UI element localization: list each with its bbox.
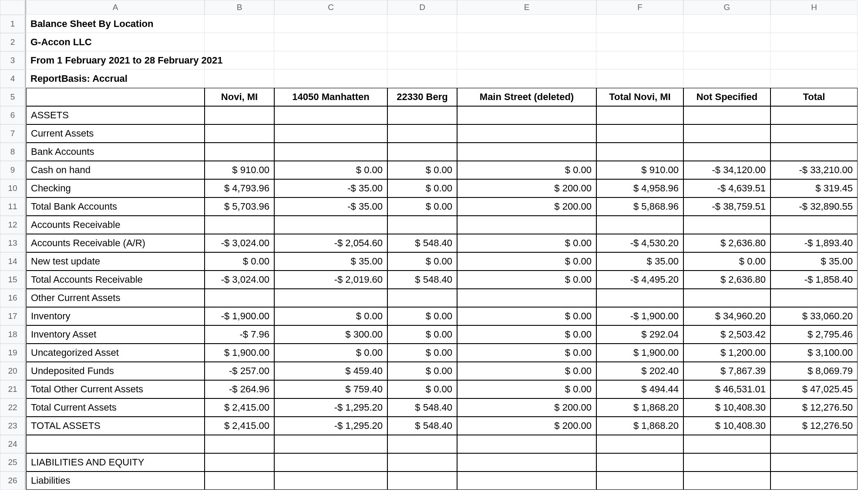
column-label-d[interactable]: 22330 Berg xyxy=(387,88,457,106)
cell-a17[interactable]: Inventory xyxy=(26,307,205,325)
cell-e20[interactable]: $ 0.00 xyxy=(457,362,596,380)
cell-b11[interactable]: $ 5,703.96 xyxy=(205,197,274,216)
cell-e11[interactable]: $ 200.00 xyxy=(457,197,596,216)
cell-g20[interactable]: $ 7,867.39 xyxy=(683,362,770,380)
cell-d2[interactable] xyxy=(387,33,457,51)
cell-g9[interactable]: -$ 34,120.00 xyxy=(683,161,770,179)
column-label-g[interactable]: Not Specified xyxy=(683,88,770,106)
row-header-22[interactable]: 22 xyxy=(0,398,26,417)
row-header-7[interactable]: 7 xyxy=(0,124,26,143)
cell-f13[interactable]: -$ 4,530.20 xyxy=(596,234,683,252)
cell-c2[interactable] xyxy=(274,33,387,51)
cell-g17[interactable]: $ 34,960.20 xyxy=(683,307,770,325)
cell-d21[interactable]: $ 0.00 xyxy=(387,380,457,398)
cell-g2[interactable] xyxy=(683,33,770,51)
cell-f18[interactable]: $ 292.04 xyxy=(596,325,683,344)
cell-c24[interactable] xyxy=(274,435,387,453)
cell-b16[interactable] xyxy=(205,289,274,307)
cell-b6[interactable] xyxy=(205,106,274,124)
cell-g3[interactable] xyxy=(683,51,770,70)
cell-h14[interactable]: $ 35.00 xyxy=(770,252,858,271)
cell-h9[interactable]: -$ 33,210.00 xyxy=(770,161,858,179)
cell-d14[interactable]: $ 0.00 xyxy=(387,252,457,271)
cell-c9[interactable]: $ 0.00 xyxy=(274,161,387,179)
column-label-e[interactable]: Main Street (deleted) xyxy=(457,88,596,106)
cell-g10[interactable]: -$ 4,639.51 xyxy=(683,179,770,197)
cell-f24[interactable] xyxy=(596,435,683,453)
cell-e24[interactable] xyxy=(457,435,596,453)
cell-h25[interactable] xyxy=(770,453,858,472)
cell-h18[interactable]: $ 2,795.46 xyxy=(770,325,858,344)
cell-e3[interactable] xyxy=(457,51,596,70)
cell-f7[interactable] xyxy=(596,124,683,143)
cell-d12[interactable] xyxy=(387,216,457,234)
row-header-20[interactable]: 20 xyxy=(0,362,26,380)
cell-d20[interactable]: $ 0.00 xyxy=(387,362,457,380)
cell-c26[interactable] xyxy=(274,472,387,490)
cell-f17[interactable]: -$ 1,900.00 xyxy=(596,307,683,325)
cell-a15[interactable]: Total Accounts Receivable xyxy=(26,271,205,289)
cell-e2[interactable] xyxy=(457,33,596,51)
cell-d7[interactable] xyxy=(387,124,457,143)
cell-h21[interactable]: $ 47,025.45 xyxy=(770,380,858,398)
row-header-16[interactable]: 16 xyxy=(0,289,26,307)
cell-b17[interactable]: -$ 1,900.00 xyxy=(205,307,274,325)
row-header-19[interactable]: 19 xyxy=(0,344,26,362)
cell-h16[interactable] xyxy=(770,289,858,307)
cell-b24[interactable] xyxy=(205,435,274,453)
column-header-g[interactable]: G xyxy=(683,0,770,15)
cell-g16[interactable] xyxy=(683,289,770,307)
cell-d9[interactable]: $ 0.00 xyxy=(387,161,457,179)
cell-f6[interactable] xyxy=(596,106,683,124)
cell-a1[interactable]: Balance Sheet By Location xyxy=(26,15,205,33)
cell-f9[interactable]: $ 910.00 xyxy=(596,161,683,179)
cell-c3[interactable] xyxy=(274,51,387,70)
cell-d6[interactable] xyxy=(387,106,457,124)
cell-f16[interactable] xyxy=(596,289,683,307)
cell-h23[interactable]: $ 12,276.50 xyxy=(770,417,858,435)
cell-g19[interactable]: $ 1,200.00 xyxy=(683,344,770,362)
row-header-11[interactable]: 11 xyxy=(0,197,26,216)
cell-a14[interactable]: New test update xyxy=(26,252,205,271)
cell-h13[interactable]: -$ 1,893.40 xyxy=(770,234,858,252)
row-header-23[interactable]: 23 xyxy=(0,417,26,435)
cell-a3[interactable]: From 1 February 2021 to 28 February 2021 xyxy=(26,51,205,70)
row-header-26[interactable]: 26 xyxy=(0,472,26,490)
cell-d1[interactable] xyxy=(387,15,457,33)
cell-a20[interactable]: Undeposited Funds xyxy=(26,362,205,380)
cell-d8[interactable] xyxy=(387,143,457,161)
column-header-b[interactable]: B xyxy=(205,0,274,15)
cell-b10[interactable]: $ 4,793.96 xyxy=(205,179,274,197)
cell-b21[interactable]: -$ 264.96 xyxy=(205,380,274,398)
row-header-12[interactable]: 12 xyxy=(0,216,26,234)
cell-g24[interactable] xyxy=(683,435,770,453)
cell-f4[interactable] xyxy=(596,70,683,88)
cell-g6[interactable] xyxy=(683,106,770,124)
cell-c20[interactable]: $ 459.40 xyxy=(274,362,387,380)
cell-h17[interactable]: $ 33,060.20 xyxy=(770,307,858,325)
row-header-2[interactable]: 2 xyxy=(0,33,26,51)
select-all-corner[interactable] xyxy=(0,0,26,15)
cell-a23[interactable]: TOTAL ASSETS xyxy=(26,417,205,435)
cell-b18[interactable]: -$ 7.96 xyxy=(205,325,274,344)
cell-d25[interactable] xyxy=(387,453,457,472)
cell-b7[interactable] xyxy=(205,124,274,143)
cell-a7[interactable]: Current Assets xyxy=(26,124,205,143)
cell-e17[interactable]: $ 0.00 xyxy=(457,307,596,325)
cell-e25[interactable] xyxy=(457,453,596,472)
cell-b12[interactable] xyxy=(205,216,274,234)
cell-d17[interactable]: $ 0.00 xyxy=(387,307,457,325)
row-header-4[interactable]: 4 xyxy=(0,70,26,88)
cell-g13[interactable]: $ 2,636.80 xyxy=(683,234,770,252)
cell-h1[interactable] xyxy=(770,15,858,33)
cell-d26[interactable] xyxy=(387,472,457,490)
cell-c4[interactable] xyxy=(274,70,387,88)
cell-g21[interactable]: $ 46,531.01 xyxy=(683,380,770,398)
cell-h24[interactable] xyxy=(770,435,858,453)
column-label-c[interactable]: 14050 Manhatten xyxy=(274,88,387,106)
cell-b25[interactable] xyxy=(205,453,274,472)
cell-h4[interactable] xyxy=(770,70,858,88)
cell-e12[interactable] xyxy=(457,216,596,234)
cell-f23[interactable]: $ 1,868.20 xyxy=(596,417,683,435)
cell-b13[interactable]: -$ 3,024.00 xyxy=(205,234,274,252)
